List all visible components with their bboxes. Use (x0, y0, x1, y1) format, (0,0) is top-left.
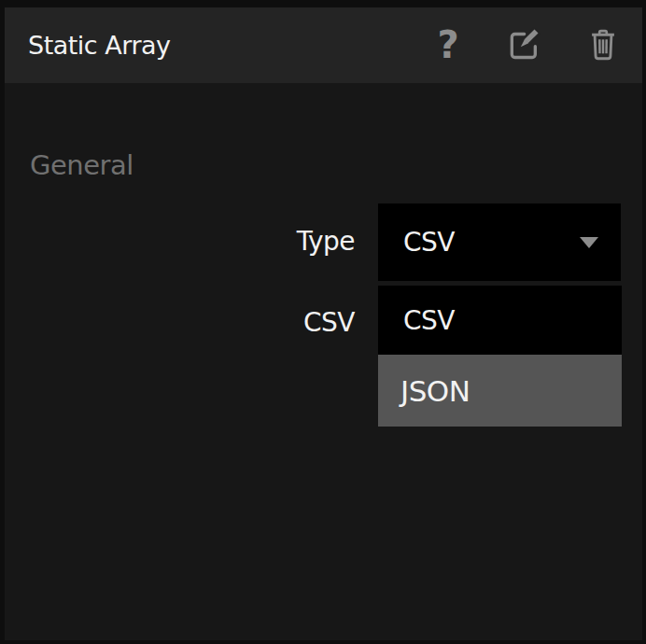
type-select-value: CSV (403, 227, 455, 258)
type-select[interactable]: CSV (378, 203, 621, 281)
dropdown-option-csv[interactable]: CSV (378, 286, 622, 355)
help-icon: ? (437, 26, 458, 63)
dropdown-option-json-label: JSON (400, 374, 470, 408)
type-select-dropdown: CSV JSON (378, 286, 622, 427)
section-heading-general: General (30, 149, 133, 181)
help-button[interactable]: ? (428, 22, 469, 67)
panel-header: Static Array (5, 7, 642, 83)
delete-button[interactable] (583, 22, 624, 67)
config-panel: Static Array ? General Type (0, 0, 646, 644)
dropdown-option-json[interactable]: JSON (378, 355, 622, 427)
csv-field-label: CSV (303, 307, 355, 338)
chevron-down-icon (580, 237, 598, 248)
dropdown-option-csv-label: CSV (403, 305, 455, 336)
edit-icon (504, 26, 541, 63)
trash-icon (587, 26, 619, 63)
type-field-label: Type (297, 226, 355, 257)
edit-button[interactable] (502, 22, 543, 67)
panel-title: Static Array (28, 7, 171, 83)
